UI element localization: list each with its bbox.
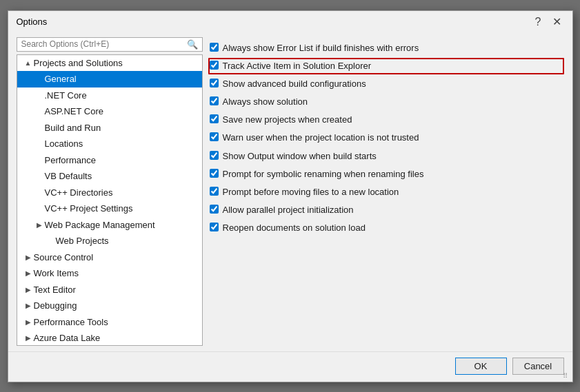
checkbox-show-error-list[interactable] bbox=[210, 43, 219, 52]
tree-label-vcpp-directories: VC++ Directories bbox=[45, 186, 199, 200]
tree-item-general[interactable]: General bbox=[17, 71, 202, 87]
tree-label-web-package-management: Web Package Management bbox=[45, 218, 199, 232]
dialog-body: 🔍 ▲Projects and SolutionsGeneral.NET Cor… bbox=[8, 32, 572, 351]
tree-label-azure-data-lake: Azure Data Lake bbox=[34, 331, 199, 345]
tree-label-work-items: Work Items bbox=[34, 267, 199, 280]
checkbox-save-new-projects[interactable] bbox=[210, 114, 219, 123]
tree-item-web-projects[interactable]: Web Projects bbox=[17, 233, 202, 249]
tree-item-performance[interactable]: Performance bbox=[17, 152, 202, 169]
ok-button[interactable]: OK bbox=[455, 358, 507, 375]
checkbox-warn-project-location[interactable] bbox=[210, 132, 219, 141]
option-label-track-active-item: Track Active Item in Solution Explorer bbox=[223, 60, 372, 72]
option-label-prompt-symbolic: Prompt for symbolic renaming when renami… bbox=[223, 168, 424, 180]
option-label-show-error-list: Always show Error List if build finishes… bbox=[223, 42, 419, 54]
expander-azure-data-lake: ▶ bbox=[23, 333, 34, 343]
tree-item-vcpp-project-settings[interactable]: VC++ Project Settings bbox=[17, 200, 202, 217]
option-warn-project-location[interactable]: Warn user when the project location is n… bbox=[208, 130, 564, 146]
option-always-show-solution[interactable]: Always show solution bbox=[208, 94, 564, 110]
option-label-allow-parallel: Allow parallel project initialization bbox=[223, 204, 354, 216]
tree-label-locations: Locations bbox=[45, 137, 199, 151]
search-box[interactable]: 🔍 bbox=[17, 37, 203, 52]
tree-label-general: General bbox=[45, 72, 199, 86]
checkbox-allow-parallel[interactable] bbox=[210, 205, 219, 214]
tree-label-build-run: Build and Run bbox=[45, 121, 199, 135]
tree-label-debugging: Debugging bbox=[34, 299, 199, 313]
tree-item-text-editor[interactable]: ▶Text Editor bbox=[17, 282, 202, 298]
tree-label-asp-net-core: ASP.NET Core bbox=[45, 105, 199, 118]
tree-item-asp-net-core[interactable]: ASP.NET Core bbox=[17, 103, 202, 120]
close-button[interactable]: ✕ bbox=[550, 17, 564, 28]
tree-item-build-run[interactable]: Build and Run bbox=[17, 120, 202, 136]
option-label-reopen-documents: Reopen documents on solution load bbox=[223, 222, 366, 234]
right-panel: Always show Error List if build finishes… bbox=[208, 37, 564, 346]
option-reopen-documents[interactable]: Reopen documents on solution load bbox=[208, 220, 564, 236]
checkbox-prompt-symbolic[interactable] bbox=[210, 169, 219, 178]
tree-item-vb-defaults[interactable]: VB Defaults bbox=[17, 168, 202, 185]
option-label-always-show-solution: Always show solution bbox=[223, 96, 308, 108]
tree-label-web-projects: Web Projects bbox=[56, 234, 199, 248]
option-label-prompt-moving-files: Prompt before moving files to a new loca… bbox=[223, 186, 399, 198]
checkbox-prompt-moving-files[interactable] bbox=[210, 187, 219, 196]
checkbox-reopen-documents[interactable] bbox=[210, 223, 219, 231]
option-label-show-advanced-build: Show advanced build configurations bbox=[223, 78, 366, 90]
option-prompt-moving-files[interactable]: Prompt before moving files to a new loca… bbox=[208, 184, 564, 200]
tree-item-vcpp-directories[interactable]: VC++ Directories bbox=[17, 185, 202, 201]
tree-item-performance-tools[interactable]: ▶Performance Tools bbox=[17, 314, 202, 331]
expander-debugging: ▶ bbox=[23, 300, 34, 311]
title-bar: Options ? ✕ bbox=[8, 11, 572, 32]
tree-item-locations[interactable]: Locations bbox=[17, 136, 202, 152]
expander-source-control: ▶ bbox=[23, 252, 34, 262]
tree-label-net-core: .NET Core bbox=[45, 89, 199, 103]
tree-label-performance: Performance bbox=[45, 154, 199, 167]
options-list: Always show Error List if build finishes… bbox=[208, 37, 564, 240]
tree-label-text-editor: Text Editor bbox=[34, 283, 199, 297]
tree-item-web-package-management[interactable]: ▶Web Package Management bbox=[17, 217, 202, 234]
options-dialog: Options ? ✕ 🔍 ▲Projects and SolutionsGen… bbox=[8, 10, 573, 382]
tree-item-debugging[interactable]: ▶Debugging bbox=[17, 298, 202, 314]
expander-performance-tools: ▶ bbox=[23, 317, 34, 327]
search-input[interactable] bbox=[21, 39, 184, 49]
tree-item-azure-data-lake[interactable]: ▶Azure Data Lake bbox=[17, 330, 202, 346]
tree-item-source-control[interactable]: ▶Source Control bbox=[17, 249, 202, 266]
search-icon: 🔍 bbox=[187, 39, 198, 50]
tree-item-work-items[interactable]: ▶Work Items bbox=[17, 265, 202, 282]
expander-work-items: ▶ bbox=[23, 268, 34, 278]
option-prompt-symbolic[interactable]: Prompt for symbolic renaming when renami… bbox=[208, 166, 564, 183]
tree-container: ▲Projects and SolutionsGeneral.NET CoreA… bbox=[17, 54, 203, 346]
option-show-error-list[interactable]: Always show Error List if build finishes… bbox=[208, 40, 564, 56]
resize-handle: ⠿ bbox=[563, 372, 571, 380]
tree-item-net-core[interactable]: .NET Core bbox=[17, 87, 202, 104]
dialog-footer: OK Cancel bbox=[8, 351, 572, 382]
option-allow-parallel[interactable]: Allow parallel project initialization bbox=[208, 202, 564, 218]
tree-item-projects-solutions[interactable]: ▲Projects and Solutions bbox=[17, 55, 202, 72]
tree-label-projects-solutions: Projects and Solutions bbox=[34, 56, 199, 70]
expander-text-editor: ▶ bbox=[23, 285, 34, 295]
tree-label-performance-tools: Performance Tools bbox=[34, 316, 199, 329]
option-show-advanced-build[interactable]: Show advanced build configurations bbox=[208, 76, 564, 92]
checkbox-always-show-solution[interactable] bbox=[210, 96, 219, 105]
cancel-button[interactable]: Cancel bbox=[512, 358, 564, 375]
left-panel: 🔍 ▲Projects and SolutionsGeneral.NET Cor… bbox=[17, 37, 203, 346]
option-show-output-window[interactable]: Show Output window when build starts bbox=[208, 148, 564, 165]
checkbox-show-output-window[interactable] bbox=[210, 151, 219, 160]
tree-label-vb-defaults: VB Defaults bbox=[45, 169, 199, 183]
checkbox-show-advanced-build[interactable] bbox=[210, 79, 219, 87]
expander-web-package-management: ▶ bbox=[34, 220, 45, 230]
tree-label-vcpp-project-settings: VC++ Project Settings bbox=[45, 202, 199, 216]
tree-label-source-control: Source Control bbox=[34, 251, 199, 265]
help-button[interactable]: ? bbox=[532, 17, 544, 28]
checkbox-track-active-item[interactable] bbox=[210, 61, 219, 70]
option-track-active-item[interactable]: Track Active Item in Solution Explorer bbox=[208, 58, 564, 74]
option-label-show-output-window: Show Output window when build starts bbox=[223, 150, 377, 163]
dialog-title: Options bbox=[17, 17, 48, 27]
option-label-warn-project-location: Warn user when the project location is n… bbox=[223, 132, 419, 144]
option-label-save-new-projects: Save new projects when created bbox=[223, 114, 352, 126]
expander-projects-solutions: ▲ bbox=[23, 58, 34, 68]
title-controls: ? ✕ bbox=[532, 17, 564, 28]
option-save-new-projects[interactable]: Save new projects when created bbox=[208, 112, 564, 128]
